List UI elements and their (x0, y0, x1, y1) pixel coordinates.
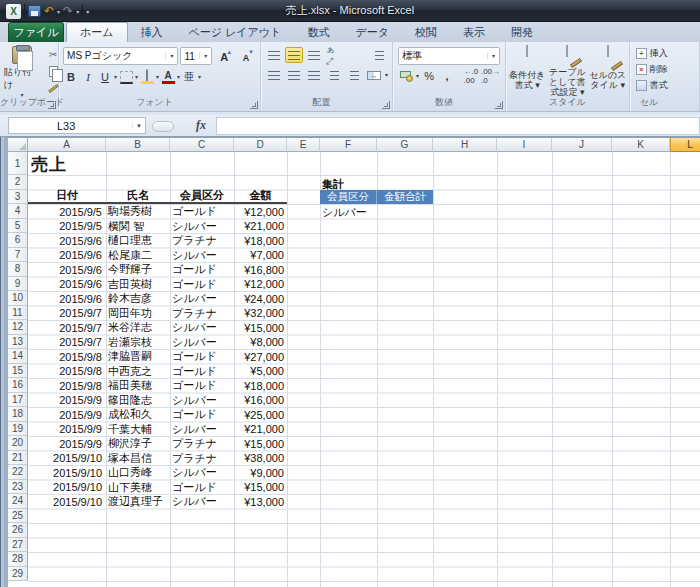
tab-file[interactable]: ファイル (8, 22, 64, 42)
row-header[interactable]: 14 (8, 349, 28, 364)
cell-amount[interactable]: ¥12,000 (234, 205, 287, 220)
row-header[interactable]: 11 (8, 306, 28, 321)
cell-date[interactable]: 2015/9/9 (28, 408, 106, 423)
sheet-title-cell[interactable]: 売上 (31, 153, 67, 176)
ribbon-tab[interactable]: 挿入 (128, 22, 176, 42)
summary-header-cell[interactable]: 金額合計 (377, 190, 433, 205)
align-center-button[interactable] (285, 67, 303, 83)
sales-table-header-cell[interactable]: 氏名 (106, 190, 170, 203)
column-header[interactable]: D (234, 138, 287, 152)
font-size-select[interactable]: 11 ▾ (180, 47, 212, 65)
cell-date[interactable]: 2015/9/6 (28, 248, 106, 263)
number-dialog-launcher-icon[interactable] (495, 101, 503, 109)
bold-button[interactable]: B (63, 68, 79, 86)
font-name-select[interactable]: MS Pゴシック ▾ (63, 47, 178, 65)
cell-name[interactable]: 津脇晋嗣 (106, 350, 170, 365)
cell-member-type[interactable]: シルバー (170, 495, 234, 510)
row-header[interactable]: 3 (8, 190, 28, 205)
cell-amount[interactable]: ¥16,000 (234, 393, 287, 408)
cell-date[interactable]: 2015/9/9 (28, 393, 106, 408)
column-header[interactable]: H (433, 138, 497, 152)
format-as-table-button[interactable]: テーブルとして書式設定 ▾ (548, 46, 586, 97)
cell-member-type[interactable]: ゴールド (170, 408, 234, 423)
cell-member-type[interactable]: プラチナ (170, 437, 234, 452)
column-header[interactable]: A (28, 138, 106, 152)
cell-member-type[interactable]: ゴールド (170, 364, 234, 379)
decrease-indent-button[interactable] (325, 67, 343, 83)
cell-date[interactable]: 2015/9/8 (28, 379, 106, 394)
row-header[interactable]: 15 (8, 364, 28, 379)
cell-name[interactable]: 今野輝子 (106, 263, 170, 278)
column-header[interactable]: L (670, 138, 700, 152)
row-header[interactable]: 17 (8, 393, 28, 408)
cell-name[interactable]: 福田美穂 (106, 379, 170, 394)
cell-amount[interactable]: ¥38,000 (234, 451, 287, 466)
row-header[interactable]: 1 (8, 152, 28, 175)
cell-name[interactable]: 米谷洋志 (106, 321, 170, 336)
borders-dropdown-icon[interactable]: ▾ (135, 74, 138, 80)
cell-amount[interactable]: ¥5,000 (234, 364, 287, 379)
ribbon-tab[interactable]: ホーム (66, 22, 128, 42)
cell-name[interactable]: 千葉大輔 (106, 422, 170, 437)
cell-date[interactable]: 2015/9/9 (28, 437, 106, 452)
cell-member-type[interactable]: シルバー (170, 292, 234, 307)
cell-member-type[interactable]: プラチナ (170, 451, 234, 466)
cell-date[interactable]: 2015/9/6 (28, 234, 106, 249)
cell-amount[interactable]: ¥15,000 (234, 480, 287, 495)
cell-name[interactable]: 成松和久 (106, 408, 170, 423)
conditional-formatting-button[interactable]: 条件付き書式 ▾ (508, 46, 546, 97)
comma-style-button[interactable]: , (439, 68, 455, 84)
row-header[interactable]: 22 (8, 465, 28, 480)
cell-amount[interactable]: ¥13,000 (234, 495, 287, 510)
cell-amount[interactable]: ¥21,000 (234, 422, 287, 437)
cell-amount[interactable]: ¥8,000 (234, 335, 287, 350)
cell-amount[interactable]: ¥12,000 (234, 277, 287, 292)
wrap-text-button[interactable] (370, 47, 388, 63)
row-header[interactable]: 18 (8, 407, 28, 422)
cell-name[interactable]: 駒場秀樹 (106, 205, 170, 220)
row-header[interactable]: 12 (8, 320, 28, 335)
cell-name[interactable]: 樋口理恵 (106, 234, 170, 249)
summary-value-cell[interactable]: シルバー (322, 205, 367, 220)
font-dialog-launcher-icon[interactable] (250, 101, 258, 109)
cell-member-type[interactable]: シルバー (170, 321, 234, 336)
cell-name[interactable]: 岡田年功 (106, 306, 170, 321)
column-header[interactable]: G (377, 138, 433, 152)
row-header[interactable]: 10 (8, 291, 28, 306)
cell-date[interactable]: 2015/9/10 (28, 480, 106, 495)
align-top-button[interactable] (265, 47, 283, 63)
summary-header-cell[interactable]: 会員区分 (320, 190, 377, 205)
cell-date[interactable]: 2015/9/9 (28, 422, 106, 437)
row-header[interactable]: 21 (8, 451, 28, 466)
row-header[interactable]: 28 (8, 552, 28, 567)
column-header[interactable]: C (170, 138, 234, 152)
sales-table-header-cell[interactable]: 金額 (234, 190, 287, 203)
font-color-button[interactable]: A (160, 68, 176, 86)
cell-member-type[interactable]: シルバー (170, 422, 234, 437)
cell-member-type[interactable]: シルバー (170, 248, 234, 263)
cell-date[interactable]: 2015/9/6 (28, 277, 106, 292)
alignment-dialog-launcher-icon[interactable] (382, 101, 390, 109)
cell-member-type[interactable]: プラチナ (170, 234, 234, 249)
cell-name[interactable]: 山口秀峰 (106, 466, 170, 481)
cell-date[interactable]: 2015/9/7 (28, 321, 106, 336)
sales-table-header-cell[interactable]: 会員区分 (170, 190, 234, 203)
underline-dropdown-icon[interactable]: ▾ (114, 74, 117, 80)
fill-color-dropdown-icon[interactable]: ▾ (156, 74, 159, 80)
phonetic-button[interactable]: 亜 (181, 68, 197, 86)
paste-button[interactable]: 貼り付け ▾ (4, 46, 40, 98)
cell-member-type[interactable]: ゴールド (170, 379, 234, 394)
name-box[interactable]: L33 ▼ (8, 117, 146, 134)
row-header[interactable]: 26 (8, 523, 28, 538)
ribbon-tab[interactable]: 表示 (450, 22, 498, 42)
shrink-font-button[interactable]: A▼ (236, 47, 256, 65)
row-header[interactable]: 2 (8, 175, 28, 190)
row-header[interactable]: 9 (8, 277, 28, 292)
cell-name[interactable]: 岩瀬宗枝 (106, 335, 170, 350)
cell-amount[interactable]: ¥21,000 (234, 219, 287, 234)
cell-member-type[interactable]: シルバー (170, 219, 234, 234)
cell-amount[interactable]: ¥24,000 (234, 292, 287, 307)
align-bottom-button[interactable] (305, 47, 323, 63)
row-header[interactable]: 20 (8, 436, 28, 451)
cell-name[interactable]: 柳沢淳子 (106, 437, 170, 452)
